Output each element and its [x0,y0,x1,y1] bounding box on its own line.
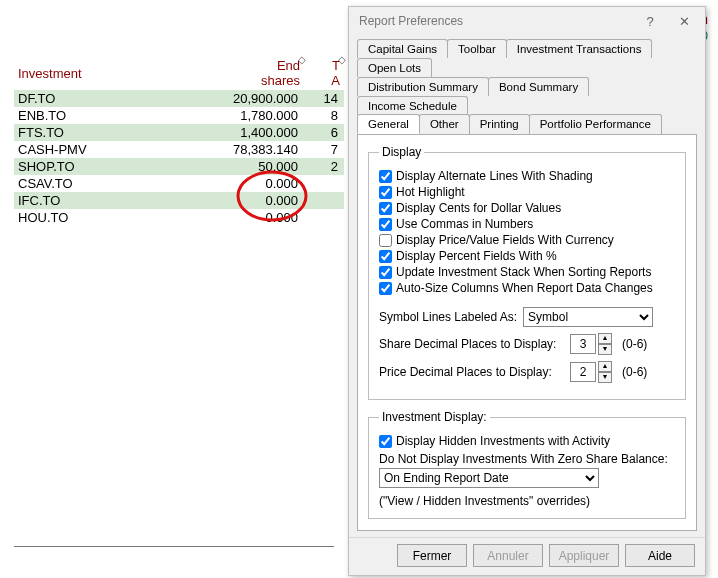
chk-update-stack[interactable] [379,266,392,279]
chk-cents-label: Display Cents for Dollar Values [396,201,561,215]
tab-general[interactable]: General [357,114,420,134]
symbol-lines-select[interactable]: Symbol [523,307,653,327]
price-dec-input[interactable] [570,362,596,382]
close-dialog-button[interactable]: Fermer [397,544,467,567]
dialog-button-bar: Fermer Annuler Appliquer Aide [349,537,705,575]
col-end-shares[interactable]: Endshares ◇ [170,56,305,90]
report-preferences-dialog: Report Preferences ? ✕ Capital GainsTool… [348,6,706,576]
chk-commas[interactable] [379,218,392,231]
close-button[interactable]: ✕ [667,9,701,33]
cell-symbol: HOU.TO [14,209,170,226]
chk-hidden-activity-label: Display Hidden Investments with Activity [396,434,610,448]
override-note: ("View / Hidden Investments" overrides) [379,494,675,508]
cell-symbol: ENB.TO [14,107,170,124]
cell-end-shares: 50.000 [170,158,305,175]
table-row[interactable]: FTS.TO1,400.0006 [14,124,344,141]
cell-t: 6 [304,124,344,141]
table-row[interactable]: CASH-PMV78,383.1407 [14,141,344,158]
chk-hot-highlight[interactable] [379,186,392,199]
cell-end-shares: 1,400.000 [170,124,305,141]
table-row[interactable]: IFC.TO0.000 [14,192,344,209]
price-dec-range: (0-6) [622,365,647,379]
sort-indicator-icon: ◇ [338,54,346,65]
tab-printing[interactable]: Printing [469,114,530,134]
tab-capital-gains[interactable]: Capital Gains [357,39,448,58]
spin-up-icon[interactable]: ▲ [598,333,612,344]
chk-update-stack-label: Update Investment Stack When Sorting Rep… [396,265,651,279]
table-row[interactable]: ENB.TO1,780.0008 [14,107,344,124]
table-row[interactable]: CSAV.TO0.000 [14,175,344,192]
chk-autosize[interactable] [379,282,392,295]
cell-symbol: DF.TO [14,90,170,107]
cell-t [304,192,344,209]
table-row[interactable]: HOU.TO0.000 [14,209,344,226]
spin-down-icon[interactable]: ▼ [598,344,612,355]
cell-t: 2 [304,158,344,175]
cell-t [304,175,344,192]
price-dec-label: Price Decimal Places to Display: [379,365,564,379]
cell-t [304,209,344,226]
cell-t: 8 [304,107,344,124]
help-dialog-button[interactable]: Aide [625,544,695,567]
tab-strip: Capital GainsToolbarInvestment Transacti… [349,35,705,134]
display-group: Display Display Alternate Lines With Sha… [368,145,686,400]
chk-autosize-label: Auto-Size Columns When Report Data Chang… [396,281,653,295]
zero-balance-label: Do Not Display Investments With Zero Sha… [379,452,675,466]
cell-end-shares: 0.000 [170,192,305,209]
cell-t: 14 [304,90,344,107]
apply-button[interactable]: Appliquer [549,544,619,567]
tab-open-lots[interactable]: Open Lots [357,58,432,77]
chk-alt-lines-label: Display Alternate Lines With Shading [396,169,593,183]
tab-page-general: Display Display Alternate Lines With Sha… [357,134,697,531]
tab-toolbar[interactable]: Toolbar [447,39,507,58]
tab-income-schedule[interactable]: Income Schedule [357,96,468,115]
cell-end-shares: 78,383.140 [170,141,305,158]
table-row[interactable]: DF.TO20,900.00014 [14,90,344,107]
investment-display-legend: Investment Display: [379,410,490,424]
cell-symbol: SHOP.TO [14,158,170,175]
investments-table: Investment Endshares ◇ T A ◇ DF.TO20,900… [14,56,344,226]
help-button[interactable]: ? [633,9,667,33]
cell-end-shares: 0.000 [170,209,305,226]
report-divider [14,546,334,547]
col-end-shares-label: Endshares [261,58,300,88]
tab-portfolio-performance[interactable]: Portfolio Performance [529,114,662,134]
share-dec-input[interactable] [570,334,596,354]
tab-bond-summary[interactable]: Bond Summary [488,77,589,96]
cell-symbol: FTS.TO [14,124,170,141]
cell-t: 7 [304,141,344,158]
spin-up-icon[interactable]: ▲ [598,361,612,372]
col-a-label: A [331,73,340,88]
dialog-titlebar: Report Preferences ? ✕ [349,7,705,35]
share-dec-range: (0-6) [622,337,647,351]
price-dec-spinner[interactable]: ▲▼ [570,361,612,383]
spin-down-icon[interactable]: ▼ [598,372,612,383]
tab-distribution-summary[interactable]: Distribution Summary [357,77,489,96]
chk-hot-highlight-label: Hot Highlight [396,185,465,199]
cancel-button[interactable]: Annuler [473,544,543,567]
chk-price-currency-label: Display Price/Value Fields With Currency [396,233,614,247]
investment-display-group: Investment Display: Display Hidden Inves… [368,410,686,519]
cell-end-shares: 0.000 [170,175,305,192]
cell-symbol: IFC.TO [14,192,170,209]
chk-percent[interactable] [379,250,392,263]
share-dec-label: Share Decimal Places to Display: [379,337,564,351]
cell-end-shares: 20,900.000 [170,90,305,107]
display-group-legend: Display [379,145,424,159]
table-row[interactable]: SHOP.TO50.0002 [14,158,344,175]
cell-symbol: CASH-PMV [14,141,170,158]
cell-symbol: CSAV.TO [14,175,170,192]
chk-commas-label: Use Commas in Numbers [396,217,533,231]
col-investment[interactable]: Investment [14,56,170,90]
tab-investment-transactions[interactable]: Investment Transactions [506,39,653,58]
chk-hidden-activity[interactable] [379,435,392,448]
zero-balance-select[interactable]: On Ending Report Date [379,468,599,488]
chk-price-currency[interactable] [379,234,392,247]
col-t[interactable]: T A ◇ [304,56,344,90]
tab-other[interactable]: Other [419,114,470,134]
cell-end-shares: 1,780.000 [170,107,305,124]
chk-cents[interactable] [379,202,392,215]
share-dec-spinner[interactable]: ▲▼ [570,333,612,355]
chk-alt-lines[interactable] [379,170,392,183]
dialog-title: Report Preferences [359,14,633,28]
